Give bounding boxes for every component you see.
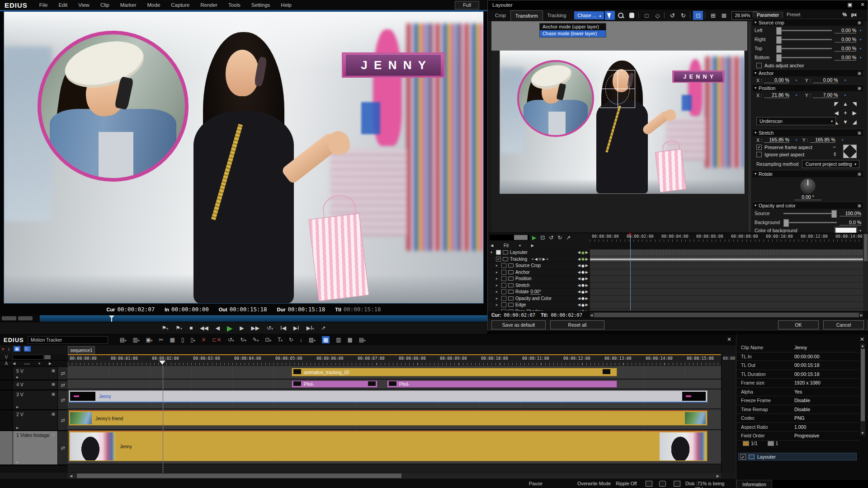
palette-icon[interactable] xyxy=(743,441,749,446)
status-ripple[interactable]: Ripple Off xyxy=(616,481,637,486)
display-icon[interactable] xyxy=(659,481,666,487)
chase-mode-dropdown[interactable]: Chase ...▴ xyxy=(574,11,604,19)
tab-crop[interactable]: Crop xyxy=(491,10,510,20)
swap-icon[interactable]: ⇄ xyxy=(57,390,68,409)
ok-button[interactable]: OK xyxy=(778,320,819,329)
undo-button[interactable]: ↺ xyxy=(667,11,677,20)
add-marker-icon[interactable]: ✎▾ xyxy=(253,337,259,343)
scroll-thumb[interactable] xyxy=(864,234,868,261)
kf-row-opacity[interactable]: ▸ Opacity and Color ◀◆▶ xyxy=(488,296,590,302)
expand-icon[interactable]: ▶ xyxy=(16,375,19,379)
track-lane-2v[interactable]: Jenny's friend xyxy=(68,409,721,430)
rotate-value[interactable]: 0.00 ° xyxy=(794,194,821,200)
source-opacity-value[interactable]: 100.0% xyxy=(840,211,861,216)
move-left-button[interactable]: ◀ xyxy=(832,109,840,117)
position-y-value[interactable]: 7.00 % xyxy=(813,92,838,98)
grid-button[interactable]: ⊞ xyxy=(708,11,718,20)
track-lane-4v[interactable]: Pfeil- Pfeil- xyxy=(68,380,721,389)
previous-frame-button[interactable]: ◀ xyxy=(216,325,220,331)
clip-jennys-friend[interactable]: Jenny's friend xyxy=(69,410,708,426)
ignore-pixel-aspect-checkbox[interactable] xyxy=(756,152,762,157)
audio-patch-value[interactable]: ---- xyxy=(24,361,30,366)
menu-item-chase-mode[interactable]: Chase mode (lower layer) xyxy=(540,30,606,37)
scroll-up-icon[interactable]: ▲ xyxy=(861,344,864,348)
canvas-vertical-scrollbar[interactable] xyxy=(748,21,751,232)
crop-slider[interactable] xyxy=(776,30,832,31)
crop-value[interactable]: 0.00 % xyxy=(835,37,856,42)
track-header-4v[interactable]: 4 V ▣ ⇄ xyxy=(0,380,68,390)
position-preset-select[interactable]: Underscan▾ xyxy=(756,117,836,125)
swap-icon[interactable]: ⇄ xyxy=(57,367,68,380)
lane-stretch[interactable] xyxy=(590,282,863,289)
keyframe-graph[interactable]: 00:00:00:0000:00:02:0000:00:04:0000:00:0… xyxy=(590,233,863,320)
timeline-horizontal-scrollbar[interactable]: ◀ ▶ xyxy=(0,473,736,479)
scroll-thumb[interactable] xyxy=(861,349,865,421)
loop-playback-button[interactable]: ↺▾ xyxy=(267,325,273,331)
timeline-ruler[interactable]: 00:00:00:0000:00:01:0000:00:02:0000:00:0… xyxy=(68,354,721,366)
anchor-y-value[interactable]: 0.00 % xyxy=(813,77,838,83)
status-overwrite-mode[interactable]: Overwrite Mode xyxy=(577,481,611,486)
menu-item[interactable]: Clip xyxy=(95,0,115,10)
slider-handle[interactable] xyxy=(776,54,782,62)
kf-row-source-crop[interactable]: ▸ Source Crop ◀◆▶ xyxy=(488,263,590,269)
delete-icon[interactable]: ✕ xyxy=(201,337,206,343)
ripple-delete-icon[interactable]: ⊏✕ xyxy=(212,337,222,343)
tracking-data-bar[interactable] xyxy=(590,258,863,260)
layouter-playhead-marker[interactable] xyxy=(629,233,631,235)
kf-row-rotate[interactable]: ▸ Rotate 0.00° ◀◆▶ xyxy=(488,289,590,296)
bookmark-icon[interactable]: ▣ xyxy=(51,412,55,416)
lane-edge[interactable] xyxy=(590,302,863,309)
rewind-button[interactable]: ◀◀ xyxy=(200,325,208,331)
save-project-icon[interactable]: ▣▾ xyxy=(146,337,152,343)
tracking-checkbox[interactable]: ✓ xyxy=(496,257,501,262)
bookmark-icon[interactable]: ▣ xyxy=(51,392,55,396)
dual-view-icon[interactable]: ▥ xyxy=(336,337,341,343)
section-stretch[interactable]: ▾Stretch ▣ xyxy=(753,129,863,136)
section-opacity[interactable]: ▾Opacity and color ▣ xyxy=(753,202,863,209)
patch-dd-icon[interactable]: ▾ xyxy=(38,361,40,366)
section-source-crop[interactable]: ▾ Source crop ▣ xyxy=(753,19,863,26)
paste-special-icon[interactable]: ▯▾ xyxy=(190,337,195,343)
menu-item[interactable]: Tools xyxy=(223,0,246,10)
undo-icon[interactable]: ↺▾ xyxy=(228,337,234,343)
audio-patch-row[interactable]: A ◀ ---- ▾ ▶ xyxy=(0,361,68,367)
menu-item[interactable]: Mode xyxy=(142,0,166,10)
next-frame-button[interactable]: ▶ xyxy=(240,325,244,331)
timeline-playhead-marker[interactable] xyxy=(159,361,165,368)
tab-preset[interactable]: Preset xyxy=(783,12,804,17)
clip-jenny-title[interactable]: Jenny xyxy=(69,390,708,403)
stretch-corner-icon[interactable] xyxy=(843,145,857,158)
bookmark-icon[interactable]: ▣ xyxy=(51,368,55,373)
background-opacity-value[interactable]: 0.0 % xyxy=(840,220,861,225)
redo-button[interactable]: ↻ xyxy=(678,11,688,20)
menu-item[interactable]: Render xyxy=(195,0,223,10)
keyframe-icon[interactable]: ▣ xyxy=(857,203,861,208)
layouter-preview-frame[interactable]: JENNY xyxy=(500,51,744,193)
keyframe-icon[interactable]: ▣ xyxy=(857,86,861,90)
menu-item[interactable]: Edit xyxy=(53,0,73,10)
effect-enable-checkbox[interactable]: ✓ xyxy=(741,454,746,460)
slider-handle[interactable] xyxy=(783,219,789,227)
render-icon[interactable]: ↻ xyxy=(289,337,293,343)
tab-tracking[interactable]: Tracking xyxy=(543,10,571,20)
timeline-view-icon[interactable]: ▦ xyxy=(322,336,330,343)
clip-animation-tracking[interactable]: animation_tracking_02 xyxy=(292,368,617,376)
lane-rotate[interactable] xyxy=(590,289,863,296)
kf-row-layouter[interactable]: ▾ Layouter ◀◆▶ xyxy=(488,249,590,256)
track-header-5v[interactable]: 5 V ▣ ▶ ⇄ xyxy=(0,367,68,380)
menu-item[interactable]: View xyxy=(73,0,95,10)
menu-item[interactable]: File xyxy=(34,0,53,10)
crop-slider[interactable] xyxy=(776,57,832,58)
swap-icon[interactable]: ⇄ xyxy=(57,410,68,430)
track-header-2v[interactable]: 2 V ▣ ▶ ⇄ xyxy=(0,410,68,431)
effect-row-layouter[interactable]: ✓ Layouter xyxy=(738,453,857,460)
capture-icon[interactable]: ▧▾ xyxy=(309,337,316,343)
move-up-left-button[interactable]: ◤ xyxy=(832,100,840,108)
tab-parameter[interactable]: Parameter xyxy=(753,12,783,18)
kf-row-position[interactable]: ▸ Position ◀◆▶ xyxy=(488,276,590,282)
empty-timeline-area[interactable] xyxy=(68,465,721,473)
menu-item[interactable]: Capture xyxy=(165,0,195,10)
scroll-thumb[interactable] xyxy=(594,313,859,317)
lane-opacity[interactable] xyxy=(590,296,863,302)
position-x-value[interactable]: 21.86 % xyxy=(764,92,789,98)
